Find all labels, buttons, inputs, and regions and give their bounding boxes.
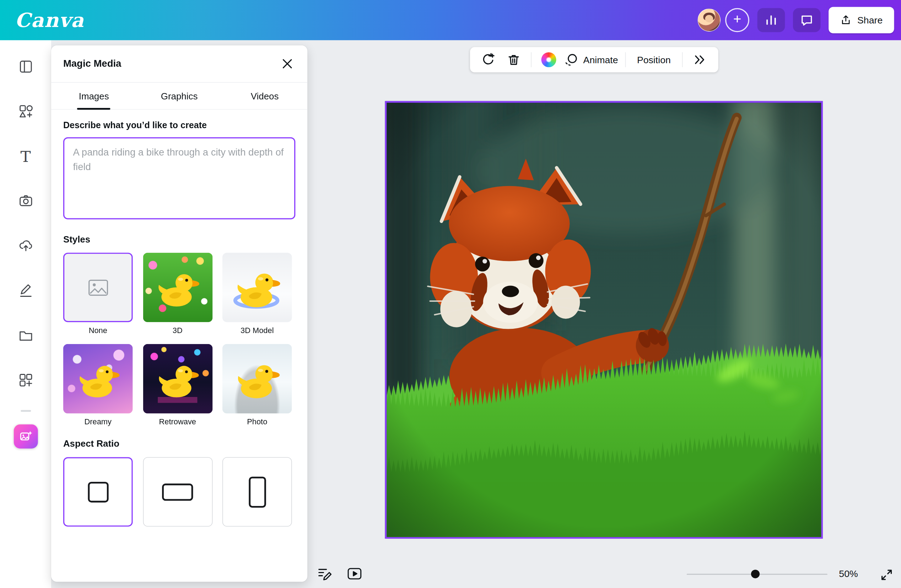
- delete-button[interactable]: [501, 49, 526, 70]
- regenerate-icon: [481, 52, 496, 67]
- sidebar-item-design[interactable]: [9, 48, 42, 85]
- fullscreen-icon: [881, 568, 893, 581]
- apps-icon: [18, 373, 33, 388]
- top-bar: Canva + Share: [0, 0, 901, 40]
- tab-graphics[interactable]: Graphics: [136, 83, 222, 109]
- sidebar-item-draw[interactable]: [9, 272, 42, 309]
- close-icon: [282, 59, 292, 69]
- sidebar-item-elements[interactable]: [9, 93, 42, 130]
- present-button[interactable]: [344, 564, 364, 583]
- delete-icon: [507, 53, 521, 67]
- notes-button[interactable]: [315, 564, 334, 583]
- panel-title: Magic Media: [63, 58, 122, 69]
- share-upload-icon: [840, 14, 852, 26]
- aspect-landscape-button[interactable]: [143, 457, 212, 527]
- styles-grid: None 3D 3D Model: [63, 253, 295, 426]
- style-option-3d-model[interactable]: 3D Model: [222, 253, 292, 335]
- toolbar-divider: [682, 52, 683, 67]
- panel-tabs: Images Graphics Videos: [51, 83, 307, 110]
- panel-header: Magic Media: [51, 45, 307, 83]
- text-icon: T: [20, 147, 31, 165]
- close-panel-button[interactable]: [279, 56, 295, 72]
- insights-icon: [764, 13, 778, 27]
- landscape-ratio-icon: [162, 483, 193, 501]
- style-option-dreamy[interactable]: Dreamy: [63, 344, 133, 426]
- magic-media-panel: Magic Media Images Graphics Videos Descr…: [51, 45, 307, 582]
- more-tools-icon: [693, 53, 707, 67]
- photos-icon: [18, 193, 33, 208]
- style-option-photo[interactable]: Photo: [222, 344, 292, 426]
- style-option-3d[interactable]: 3D: [143, 253, 212, 335]
- zoom-slider-knob[interactable]: [751, 569, 759, 578]
- aspect-ratio-group: [63, 457, 295, 527]
- prompt-input[interactable]: [63, 137, 295, 219]
- sidebar-item-projects[interactable]: [9, 317, 42, 354]
- sidebar-item-magic-media[interactable]: [14, 424, 37, 448]
- canva-logo[interactable]: Canva: [15, 9, 84, 32]
- red-panda-image: [387, 103, 821, 537]
- animate-icon: [564, 52, 579, 67]
- sidebar-item-text[interactable]: T: [9, 138, 42, 175]
- describe-label: Describe what you’d like to create: [63, 120, 295, 130]
- elements-icon: [18, 104, 33, 119]
- animate-button[interactable]: Animate: [561, 49, 620, 70]
- projects-icon: [18, 328, 33, 343]
- uploads-icon: [18, 238, 33, 253]
- style-option-none[interactable]: None: [63, 253, 133, 335]
- fullscreen-button[interactable]: [879, 568, 894, 582]
- present-icon: [346, 566, 362, 582]
- zoom-bar: 50%: [687, 563, 893, 586]
- more-tools-button[interactable]: [687, 49, 713, 70]
- animate-label: Animate: [583, 54, 618, 65]
- comments-button[interactable]: [793, 8, 821, 32]
- design-icon: [18, 59, 33, 74]
- portrait-ratio-icon: [249, 476, 266, 507]
- share-label: Share: [857, 14, 882, 26]
- square-ratio-icon: [88, 481, 108, 502]
- avatar[interactable]: [697, 9, 720, 32]
- add-member-button[interactable]: +: [725, 8, 749, 32]
- aspect-ratio-label: Aspect Ratio: [63, 439, 295, 449]
- tab-images[interactable]: Images: [51, 83, 136, 109]
- position-button[interactable]: Position: [630, 49, 678, 70]
- canva-editor: Canva + Share: [0, 0, 901, 588]
- zoom-level: 50%: [839, 568, 858, 579]
- comments-icon: [800, 13, 814, 27]
- aspect-square-button[interactable]: [63, 457, 133, 527]
- color-picker-button[interactable]: [536, 49, 561, 70]
- color-picker-icon: [541, 52, 556, 67]
- magic-media-icon: [19, 429, 33, 443]
- context-toolbar: Animate Position: [470, 47, 719, 72]
- draw-icon: [18, 283, 33, 298]
- sidebar-item-uploads[interactable]: [9, 227, 42, 264]
- toolbar-divider: [531, 52, 532, 67]
- notes-icon: [316, 566, 332, 582]
- styles-label: Styles: [63, 234, 295, 245]
- aspect-portrait-button[interactable]: [222, 457, 292, 527]
- sidebar-divider: [20, 410, 31, 412]
- position-label: Position: [637, 54, 671, 65]
- sidebar: T: [0, 40, 51, 588]
- selected-generated-image[interactable]: [385, 101, 823, 539]
- insights-button[interactable]: [758, 8, 785, 32]
- toolbar-divider: [625, 52, 626, 67]
- regenerate-button[interactable]: [476, 49, 501, 70]
- sidebar-item-photos[interactable]: [9, 182, 42, 219]
- tab-videos[interactable]: Videos: [222, 83, 307, 109]
- image-placeholder-icon: [88, 279, 108, 296]
- style-option-retrowave[interactable]: Retrowave: [143, 344, 212, 426]
- sidebar-item-apps[interactable]: [9, 362, 42, 399]
- share-button[interactable]: Share: [829, 7, 894, 33]
